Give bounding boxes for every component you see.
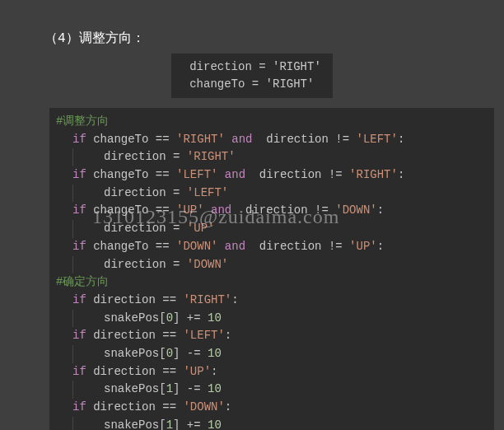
code-line: if changeTo == 'LEFT' and direction != '… (49, 166, 494, 185)
top-code-block: direction = 'RIGHT' changeTo = 'RIGHT' (171, 54, 333, 98)
code-line: snakePos[0] -= 10 (49, 345, 494, 363)
code-line: changeTo = 'RIGHT' (183, 76, 321, 93)
code-line: direction = 'LEFT' (49, 185, 494, 203)
code-line: direction = 'DOWN' (49, 256, 494, 274)
code-line: if changeTo == 'DOWN' and direction != '… (49, 238, 494, 256)
code-line: direction = 'UP' (49, 220, 494, 238)
code-line: direction = 'RIGHT' (49, 148, 494, 166)
code-line: snakePos[0] += 10 (49, 310, 494, 328)
main-code-block: #调整方向 if changeTo == 'RIGHT' and directi… (49, 108, 494, 430)
code-line: direction = 'RIGHT' (183, 58, 321, 76)
code-line: if changeTo == 'UP' and direction != 'DO… (49, 202, 494, 220)
code-line: if changeTo == 'RIGHT' and direction != … (49, 131, 494, 149)
code-line: snakePos[1] -= 10 (49, 381, 494, 399)
comment-line: #确定方向 (49, 273, 494, 292)
code-line: snakePos[1] += 10 (49, 417, 494, 430)
code-line: if direction == 'RIGHT': (49, 292, 494, 310)
code-line: if direction == 'LEFT': (49, 327, 494, 345)
code-line: if direction == 'UP': (49, 363, 494, 381)
code-line: if direction == 'DOWN': (49, 399, 494, 417)
section-heading: （4）调整方向： (0, 0, 504, 54)
comment-line: #调整方向 (49, 113, 494, 131)
